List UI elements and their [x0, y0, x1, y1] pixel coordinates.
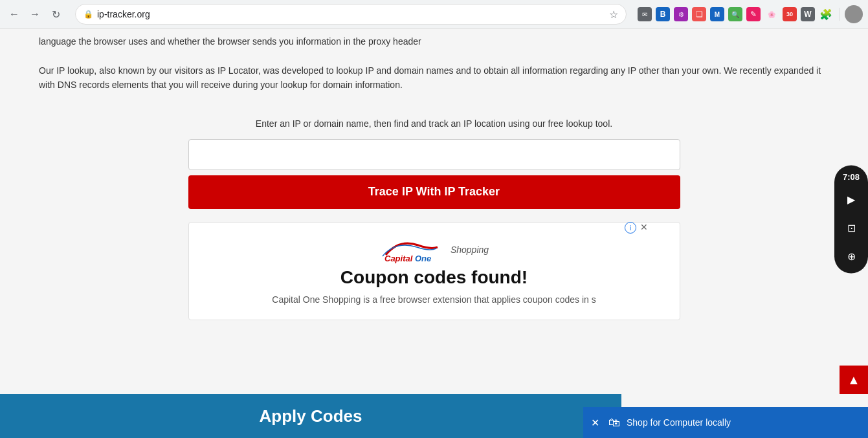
ip-input[interactable] — [188, 139, 680, 170]
notification-close-icon[interactable]: ✕ — [591, 417, 599, 429]
main-content: language the browser uses and whether th… — [0, 29, 868, 438]
toolbar-icons: ✉ B ⚙ ❏ M 🔍 ✎ 🌸 30 W 🧩 — [637, 5, 863, 23]
back-button[interactable]: ← — [5, 5, 23, 23]
paragraph1: language the browser uses and whether th… — [39, 34, 829, 49]
info-icon: i — [630, 224, 631, 232]
screenshot-icon: ⊡ — [847, 222, 856, 234]
ad-info-icon[interactable]: i — [625, 222, 636, 234]
ext-m[interactable]: M — [710, 7, 724, 21]
refresh-button[interactable]: ↻ — [47, 5, 65, 23]
coupon-desc: Capital One Shopping is a free browser e… — [202, 293, 667, 307]
back-icon: ← — [9, 8, 19, 20]
ext-w[interactable]: ⚙ — [674, 7, 688, 21]
play-icon: ▶ — [847, 193, 855, 206]
capital-one-ad: Capital One Shopping Coupon codes found!… — [188, 222, 680, 320]
refresh-icon: ↻ — [52, 8, 60, 21]
screenshot-button[interactable]: ⊡ — [840, 216, 863, 239]
lock-icon: 🔒 — [83, 10, 93, 19]
notification-text: Shop for Computer locally — [627, 417, 731, 428]
url-text: ip-tracker.org — [97, 9, 609, 19]
user-avatar[interactable] — [845, 5, 863, 23]
paragraph2: Our IP lookup, also known by our visitor… — [39, 63, 829, 93]
forward-icon: → — [30, 8, 40, 20]
nav-buttons: ← → ↻ — [5, 5, 65, 23]
toolbar-separator — [839, 8, 840, 21]
apply-codes-button[interactable]: Apply Codes — [0, 394, 621, 438]
capital-one-logo-svg: Capital One — [379, 235, 444, 265]
capital-one-logo: Capital One Shopping — [202, 235, 667, 265]
address-bar[interactable]: 🔒 ip-tracker.org ☆ — [75, 4, 627, 25]
ext-mail[interactable]: ✉ — [638, 7, 652, 21]
forward-button[interactable]: → — [26, 5, 44, 23]
svg-text:Capital: Capital — [384, 254, 413, 263]
ext-face[interactable]: 🌸 — [764, 7, 779, 21]
save-button[interactable]: ⊕ — [840, 245, 863, 268]
browser-chrome: ← → ↻ 🔒 ip-tracker.org ☆ ✉ B ⚙ ❏ M 🔍 ✎ 🌸… — [0, 0, 868, 29]
text-section: language the browser uses and whether th… — [39, 29, 829, 93]
ext-pocket[interactable]: ❏ — [692, 7, 706, 21]
chevron-up-icon: ▲ — [847, 373, 860, 388]
floating-controls: 7:08 ▶ ⊡ ⊕ — [834, 165, 868, 273]
coupon-title: Coupon codes found! — [202, 267, 667, 288]
svg-text:One: One — [415, 254, 431, 263]
ad-controls: i ✕ — [625, 222, 648, 234]
trace-button[interactable]: Trace IP With IP Tracker — [188, 175, 680, 209]
ad-close-icon[interactable]: ✕ — [640, 222, 648, 234]
time-display: 7:08 — [840, 170, 862, 182]
ext-b[interactable]: B — [656, 7, 670, 21]
play-button[interactable]: ▶ — [840, 188, 863, 211]
shopping-label: Shopping — [451, 245, 489, 255]
bookmark-icon[interactable]: ☆ — [609, 8, 618, 21]
lookup-section: Enter an IP or domain name, then find an… — [39, 118, 829, 209]
ext-30[interactable]: 30 — [783, 7, 797, 21]
bag-icon: 🛍 — [608, 416, 620, 430]
lookup-description: Enter an IP or domain name, then find an… — [39, 118, 829, 129]
ad-section: i ✕ Capital One Shopping Coupon codes fo… — [39, 222, 829, 320]
ext-w2[interactable]: W — [801, 7, 815, 21]
ext-edit[interactable]: ✎ — [746, 7, 761, 21]
scroll-to-top-button[interactable]: ▲ — [840, 366, 868, 394]
ext-puzzle[interactable]: 🧩 — [819, 7, 833, 21]
ext-search[interactable]: 🔍 — [728, 7, 742, 21]
save-icon: ⊕ — [847, 250, 856, 263]
notification-bar: ✕ 🛍 Shop for Computer locally — [583, 407, 868, 438]
